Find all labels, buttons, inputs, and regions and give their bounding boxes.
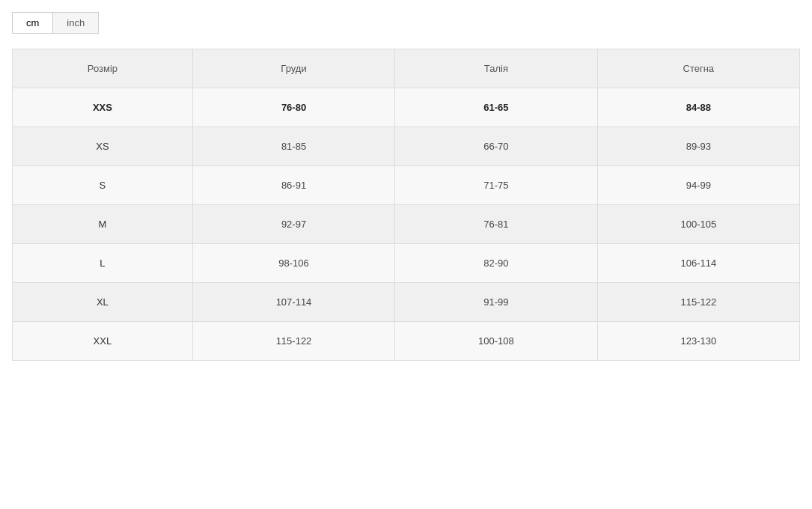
table-row: XXS76-8061-6584-88 xyxy=(13,88,800,127)
cell-hips: 100-105 xyxy=(597,205,799,244)
cell-waist: 61-65 xyxy=(395,88,597,127)
table-row: XXL115-122100-108123-130 xyxy=(13,322,800,361)
cm-button[interactable]: cm xyxy=(12,12,52,34)
table-row: M92-9776-81100-105 xyxy=(13,205,800,244)
header-size: Розмір xyxy=(13,49,193,88)
table-row: S86-9171-7594-99 xyxy=(13,166,800,205)
cell-hips: 123-130 xyxy=(597,322,799,361)
cell-size: XL xyxy=(13,283,193,322)
cell-chest: 115-122 xyxy=(192,322,394,361)
cell-hips: 94-99 xyxy=(597,166,799,205)
cell-chest: 86-91 xyxy=(192,166,394,205)
table-row: XS81-8566-7089-93 xyxy=(13,127,800,166)
table-row: XL107-11491-99115-122 xyxy=(13,283,800,322)
cell-waist: 71-75 xyxy=(395,166,597,205)
cell-chest: 107-114 xyxy=(192,283,394,322)
cell-waist: 66-70 xyxy=(395,127,597,166)
cell-chest: 92-97 xyxy=(192,205,394,244)
cell-size: M xyxy=(13,205,193,244)
cell-waist: 82-90 xyxy=(395,244,597,283)
header-chest: Груди xyxy=(192,49,394,88)
cell-waist: 76-81 xyxy=(395,205,597,244)
cell-hips: 106-114 xyxy=(597,244,799,283)
cell-chest: 81-85 xyxy=(192,127,394,166)
cell-waist: 100-108 xyxy=(395,322,597,361)
cell-size: S xyxy=(13,166,193,205)
header-hips: Стегна xyxy=(597,49,799,88)
cell-hips: 115-122 xyxy=(597,283,799,322)
cell-chest: 76-80 xyxy=(192,88,394,127)
table-header-row: Розмір Груди Талія Стегна xyxy=(13,49,800,88)
cell-size: XS xyxy=(13,127,193,166)
cell-size: XXS xyxy=(13,88,193,127)
cell-chest: 98-106 xyxy=(192,244,394,283)
cell-size: L xyxy=(13,244,193,283)
header-waist: Талія xyxy=(395,49,597,88)
cell-hips: 84-88 xyxy=(597,88,799,127)
unit-toggle: cm inch xyxy=(12,12,800,34)
cell-hips: 89-93 xyxy=(597,127,799,166)
cell-size: XXL xyxy=(13,322,193,361)
size-table: Розмір Груди Талія Стегна XXS76-8061-658… xyxy=(12,49,800,361)
inch-button[interactable]: inch xyxy=(52,12,99,34)
cell-waist: 91-99 xyxy=(395,283,597,322)
table-row: L98-10682-90106-114 xyxy=(13,244,800,283)
